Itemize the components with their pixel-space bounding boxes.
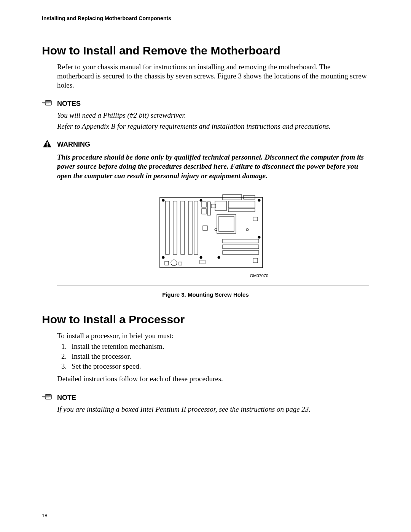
page-number: 18 [42, 513, 47, 518]
svg-rect-7 [166, 201, 169, 254]
list-item: Set the processor speed. [68, 362, 369, 371]
svg-rect-4 [47, 142, 48, 145]
procedure-list: Install the retention mechanism. Install… [42, 342, 369, 371]
svg-rect-5 [47, 145, 48, 147]
notes-line-1: You will need a Phillips (#2 bit) screwd… [57, 111, 369, 120]
svg-rect-9 [181, 201, 185, 254]
svg-rect-11 [194, 201, 198, 254]
svg-rect-10 [188, 201, 192, 254]
list-item: Install the retention mechanism. [68, 342, 369, 351]
svg-rect-21 [228, 209, 255, 212]
note-callout-2: NOTE If you are installing a boxed Intel… [42, 393, 369, 414]
svg-point-36 [200, 199, 202, 201]
svg-rect-31 [253, 258, 258, 263]
divider-bottom [57, 286, 369, 286]
list-item: Install the processor. [68, 352, 369, 361]
notes-heading: NOTES [57, 100, 81, 108]
svg-point-41 [258, 236, 261, 238]
note-icon [42, 99, 53, 109]
svg-rect-12 [202, 202, 206, 207]
svg-rect-19 [215, 201, 226, 211]
svg-rect-26 [223, 251, 259, 254]
svg-rect-22 [217, 214, 236, 233]
svg-point-39 [200, 256, 202, 259]
warning-body: This procedure should be done only by qu… [57, 153, 369, 181]
warning-callout: WARNING This procedure should be done on… [42, 139, 369, 181]
svg-rect-24 [223, 239, 259, 243]
svg-rect-15 [203, 226, 207, 230]
warning-icon [42, 139, 53, 150]
svg-point-34 [246, 228, 249, 231]
running-head: Installing and Replacing Motherboard Com… [42, 15, 369, 21]
svg-rect-30 [179, 262, 182, 265]
section1-paragraph: Refer to your chassis manual for instruc… [42, 62, 369, 89]
svg-rect-8 [173, 201, 177, 254]
section2-outro: Detailed instructions follow for each of… [42, 374, 369, 383]
svg-point-37 [258, 199, 261, 201]
note-icon [42, 393, 53, 403]
section2-intro: To install a processor, in brief you mus… [42, 331, 369, 340]
svg-point-38 [162, 256, 165, 259]
svg-rect-20 [228, 201, 255, 208]
section-title-install-remove: How to Install and Remove the Motherboar… [42, 44, 369, 57]
svg-point-40 [218, 256, 220, 259]
divider-top [57, 188, 369, 188]
figure-reference: OM07070 [158, 273, 268, 278]
svg-rect-13 [202, 209, 206, 214]
svg-rect-25 [223, 245, 259, 249]
svg-point-28 [171, 260, 177, 266]
svg-rect-32 [253, 217, 258, 221]
svg-rect-29 [165, 261, 169, 265]
svg-rect-23 [219, 216, 234, 232]
svg-point-33 [215, 228, 217, 231]
svg-point-35 [162, 199, 165, 201]
note2-heading: NOTE [57, 394, 76, 402]
notes-callout: NOTES You will need a Phillips (#2 bit) … [42, 99, 369, 131]
svg-rect-14 [207, 202, 210, 215]
notes-line-2: Refer to Appendix B for regulatory requi… [57, 122, 369, 131]
svg-rect-27 [200, 260, 205, 264]
figure-caption: Figure 3. Mounting Screw Holes [42, 291, 369, 298]
figure-wrap: OM07070 [42, 193, 369, 279]
motherboard-diagram [158, 193, 268, 270]
note2-body: If you are installing a boxed Intel Pent… [57, 405, 369, 414]
warning-heading: WARNING [57, 141, 90, 149]
section-title-install-processor: How to Install a Processor [42, 313, 369, 326]
